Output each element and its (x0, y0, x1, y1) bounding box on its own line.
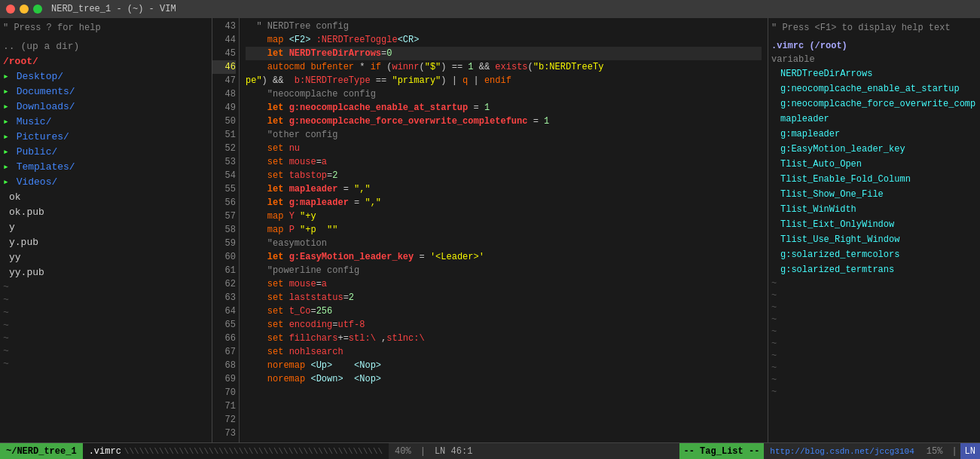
ln-63: 63 (212, 291, 236, 304)
tree-dir-public[interactable]: ▸ Public/ (0, 145, 212, 160)
tl-item-3[interactable]: mapleader (768, 112, 980, 127)
statusbar-pct2: 15% (920, 443, 949, 459)
tilde-5: ~ (0, 332, 212, 344)
tree-dir-templates[interactable]: ▸ Templates/ (0, 160, 212, 175)
tl-item-7[interactable]: Tlist_Enable_Fold_Column (768, 172, 980, 187)
code-line-59: map Y "+y (246, 210, 762, 223)
tree-root[interactable]: /root/ (0, 54, 212, 69)
tree-dir-documents[interactable]: ▸ Documents/ (0, 84, 212, 99)
ln-73: 73 (212, 427, 236, 440)
tl-tilde-4: ~ (768, 314, 980, 326)
tree-file-yypub[interactable]: yy.pub (0, 265, 212, 280)
ln-46: 46 (212, 60, 236, 74)
nerd-tree-panel: " Press ? for help .. (up a dir) /root/ … (0, 18, 212, 442)
tree-dir-music[interactable]: ▸ Music/ (0, 115, 212, 130)
ln-48: 48 (212, 87, 236, 101)
tl-item-8[interactable]: Tlist_Show_One_File (768, 187, 980, 202)
tl-item-10[interactable]: Tlist_Eixt_OnlyWindow (768, 217, 980, 232)
editor-panel[interactable]: 43 44 45 46 47 48 49 50 51 52 53 54 55 5… (212, 18, 768, 442)
code-line-47b: pe") && b:NERDTreeType == "primary") | q… (246, 74, 762, 87)
tl-item-4[interactable]: g:mapleader (768, 127, 980, 142)
code-line-53: "other config (246, 128, 762, 142)
statusbar-bar2: | (948, 446, 960, 457)
ln-56: 56 (212, 196, 236, 210)
tl-item-1[interactable]: g:neocomplcache_enable_at_startup (768, 81, 980, 96)
statusbar-url: http://blog.csdn.net/jccg3104 (764, 443, 920, 459)
minimize-button[interactable] (20, 5, 29, 14)
tree-dir-videos[interactable]: ▸ Videos/ (0, 175, 212, 190)
tilde-4: ~ (0, 319, 212, 332)
code-line-71: set nohlsearch (246, 345, 762, 359)
tl-item-9[interactable]: Tlist_WinWidth (768, 202, 980, 217)
tree-file-ypub[interactable]: y.pub (0, 235, 212, 250)
tl-item-0[interactable]: NERDTreeDirArrows (768, 66, 980, 81)
ln-57: 57 (212, 210, 236, 223)
tl-item-2[interactable]: g:neocomplcache_force_overwrite_comp (768, 96, 980, 112)
arrow-icon: ▸ (3, 71, 9, 82)
ln-64: 64 (212, 304, 236, 318)
tree-dir-pictures[interactable]: ▸ Pictures/ (0, 130, 212, 145)
tl-tilde-1: ~ (768, 277, 980, 289)
ln-66: 66 (212, 332, 236, 345)
statusbar-filename: .vimrc (89, 446, 121, 457)
tl-tilde-9: ~ (768, 374, 980, 386)
close-button[interactable] (6, 5, 15, 14)
code-line-50: let g:neocomplcache_enable_at_startup = … (246, 101, 762, 115)
window-title: NERD_tree_1 - (~) - VIM (51, 4, 176, 14)
code-line-54: set nu (246, 142, 762, 155)
statusbar-ln2: LN (960, 443, 980, 459)
code-area[interactable]: " NERDTree config map <F2> :NERDTreeTogg… (240, 18, 768, 442)
ln-71: 71 (212, 399, 236, 413)
title-bar: NERD_tree_1 - (~) - VIM (0, 0, 980, 18)
statusbar-editor-filename: .vimrc \\\\\\\\\\\\\\\\\\\\\\\\\\\\\\\\\… (83, 443, 389, 459)
ln-54: 54 (212, 169, 236, 182)
ln-62: 62 (212, 277, 236, 291)
tl-tilde-2: ~ (768, 289, 980, 301)
tree-dir-downloads[interactable]: ▸ Downloads/ (0, 99, 212, 115)
tl-item-5[interactable]: g:EasyMotion_leader_key (768, 142, 980, 157)
tilde-1: ~ (0, 280, 212, 293)
ln-53: 53 (212, 155, 236, 169)
ln-49: 49 (212, 101, 236, 115)
tree-file-ok[interactable]: ok (0, 190, 212, 205)
ln-58: 58 (212, 223, 236, 237)
statusbar-fill: \\\\\\\\\\\\\\\\\\\\\\\\\\\\\\\\\\\\\\\\… (124, 447, 383, 456)
tree-updir[interactable]: .. (up a dir) (0, 39, 212, 54)
code-line-58: let g:mapleader = "," (246, 196, 762, 210)
taglist-panel: " Press <F1> to display help text .vimrc… (768, 18, 980, 442)
tl-tilde-3: ~ (768, 301, 980, 314)
code-line-70: set fillchars+=stl:\ ,stlnc:\ (246, 332, 762, 345)
tl-item-6[interactable]: Tlist_Auto_Open (768, 157, 980, 172)
maximize-button[interactable] (33, 5, 42, 14)
ln-51: 51 (212, 128, 236, 142)
main-area: " Press ? for help .. (up a dir) /root/ … (0, 18, 980, 442)
taglist-help: " Press <F1> to display help text (768, 21, 980, 35)
tilde-3: ~ (0, 306, 212, 319)
tilde-2: ~ (0, 293, 212, 306)
ln-68: 68 (212, 359, 236, 372)
code-line-57: let mapleader = "," (246, 182, 762, 196)
ln-59: 59 (212, 237, 236, 250)
tl-tilde-5: ~ (768, 326, 980, 338)
ln-47: 47 (212, 74, 236, 87)
tree-dir-desktop[interactable]: ▸ Desktop/ (0, 69, 212, 84)
statusbar-percent: 40% (389, 443, 417, 459)
taglist-section: variable (768, 53, 980, 66)
tl-item-13[interactable]: g:solarized_termtrans (768, 262, 980, 277)
code-line-62: "easymotion (246, 237, 762, 250)
arrow-icon: ▸ (3, 176, 9, 188)
tl-tilde-6: ~ (768, 338, 980, 350)
tree-file-yy[interactable]: yy (0, 250, 212, 265)
arrow-icon: ▸ (3, 161, 9, 173)
code-line-73: noremap <Down> <Nop> (246, 372, 762, 386)
code-line-46: let NERDTreeDirArrows=0 (246, 47, 762, 60)
tl-item-11[interactable]: Tlist_Use_Right_Window (768, 232, 980, 247)
tl-item-12[interactable]: g:solarized_termcolors (768, 247, 980, 262)
code-line-66: set mouse=a (246, 277, 762, 291)
tree-file-y[interactable]: y (0, 220, 212, 235)
ln-67: 67 (212, 345, 236, 359)
code-line-47: autocmd bufenter * if (winnr("$") == 1 &… (246, 60, 762, 74)
ln-61: 61 (212, 264, 236, 277)
tilde-6: ~ (0, 344, 212, 357)
tree-file-okpub[interactable]: ok.pub (0, 205, 212, 220)
